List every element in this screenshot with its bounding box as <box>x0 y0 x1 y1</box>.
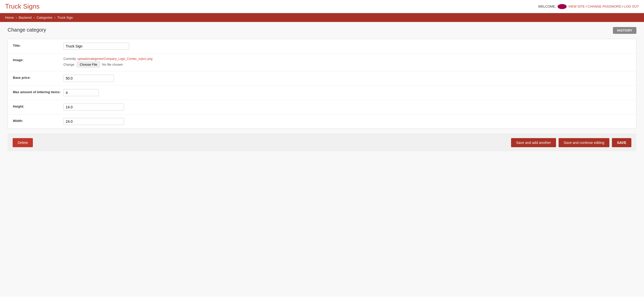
image-change: Change: Choose File No file chosen <box>63 62 631 67</box>
title-row: Title: <box>8 39 636 54</box>
max-lettering-input[interactable] <box>63 89 99 96</box>
save-continue-button[interactable]: Save and continue editing <box>559 138 609 147</box>
base-price-row: Base price: <box>8 71 636 86</box>
height-field <box>63 104 631 111</box>
breadcrumb-categories[interactable]: Categories <box>36 16 52 19</box>
max-lettering-label: Max amount of lettering items: <box>13 89 63 94</box>
change-label: Change: <box>63 63 75 66</box>
breadcrumb-bar: Home › Backend › Categories › Truck Sign <box>0 13 644 22</box>
width-input[interactable] <box>63 118 124 125</box>
user-avatar <box>558 4 567 9</box>
image-row: Image: Currently: uploads/categories/Com… <box>8 54 636 71</box>
base-price-input[interactable] <box>63 75 114 82</box>
width-row: Width: <box>8 114 636 129</box>
form-container: Title: Image: Currently: uploads/categor… <box>8 39 636 129</box>
choose-file-button[interactable]: Choose File <box>77 62 100 67</box>
no-file-text: No file chosen <box>102 63 123 66</box>
breadcrumb-sep3: › <box>54 16 55 19</box>
breadcrumb-sep2: › <box>34 16 35 19</box>
image-url-link[interactable]: uploads/categories/Company_Logo_Combo_vv… <box>77 57 152 61</box>
header-right: WELCOME, VIEW SITE / CHANGE PASSWORD / L… <box>538 4 639 9</box>
height-label: Height: <box>13 104 63 108</box>
width-field <box>63 118 631 125</box>
image-field: Currently: uploads/categories/Company_Lo… <box>63 57 631 67</box>
breadcrumb-sep1: › <box>16 16 17 19</box>
breadcrumb-current: Truck Sign <box>57 16 73 19</box>
height-row: Height: <box>8 100 636 114</box>
save-button[interactable]: SAVE <box>612 138 631 147</box>
sep1: / <box>586 5 587 8</box>
view-site-link[interactable]: VIEW SITE <box>568 5 585 8</box>
height-input[interactable] <box>63 104 124 111</box>
currently-label: Currently: <box>63 57 77 61</box>
title-field <box>63 43 631 50</box>
base-price-label: Base price: <box>13 75 63 80</box>
image-label: Image: <box>13 57 63 62</box>
save-add-another-button[interactable]: Save and add another <box>511 138 556 147</box>
title-label: Title: <box>13 43 63 47</box>
site-title: Truck Signs <box>5 3 39 10</box>
breadcrumb-backend[interactable]: Backend <box>19 16 32 19</box>
base-price-field <box>63 75 631 82</box>
header: Truck Signs WELCOME, VIEW SITE / CHANGE … <box>0 0 644 13</box>
welcome-text: WELCOME, <box>538 5 556 8</box>
max-lettering-row: Max amount of lettering items: <box>8 86 636 100</box>
right-actions: Save and add another Save and continue e… <box>511 138 631 147</box>
image-currently: Currently: uploads/categories/Company_Lo… <box>63 57 631 61</box>
log-out-link[interactable]: LOG OUT <box>624 5 639 8</box>
breadcrumb-home[interactable]: Home <box>5 16 14 19</box>
page-title: Change category <box>8 27 46 33</box>
title-input[interactable] <box>63 43 129 50</box>
page-header: Change category HISTORY <box>8 27 636 34</box>
action-bar: Delete Save and add another Save and con… <box>8 134 636 151</box>
change-password-link[interactable]: CHANGE PASSWORD <box>588 5 622 8</box>
delete-button[interactable]: Delete <box>13 138 33 147</box>
width-label: Width: <box>13 118 63 123</box>
history-button[interactable]: HISTORY <box>613 27 636 34</box>
main-content: Change category HISTORY Title: Image: Cu… <box>0 22 644 297</box>
header-links: VIEW SITE / CHANGE PASSWORD / LOG OUT <box>568 5 639 8</box>
max-lettering-field <box>63 89 631 96</box>
